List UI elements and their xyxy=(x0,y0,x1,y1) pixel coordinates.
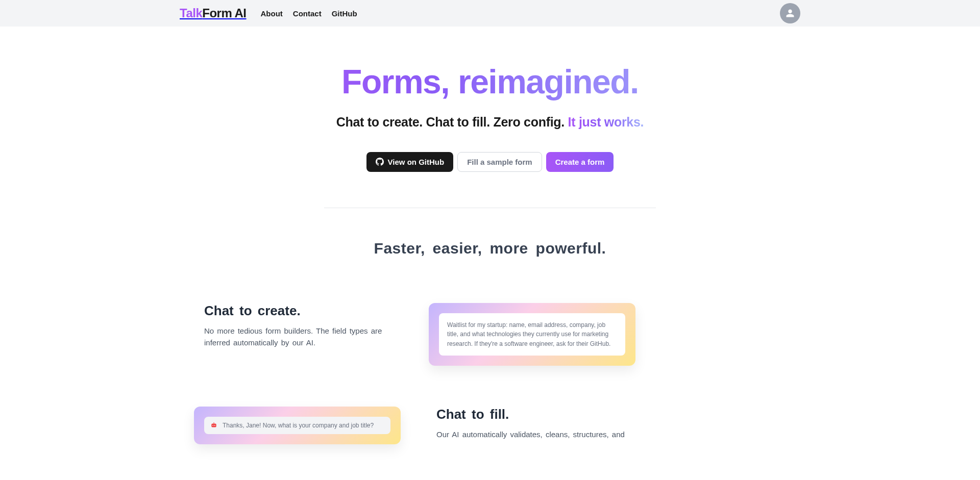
hero-sub-grad: It just works. xyxy=(568,115,644,129)
feature-row-2: Thanks, Jane! Now, what is your company … xyxy=(194,407,786,444)
feature-2-card-inner: Thanks, Jane! Now, what is your company … xyxy=(204,417,390,434)
create-form-button[interactable]: Create a form xyxy=(546,152,614,172)
svg-rect-3 xyxy=(213,423,214,424)
logo-form: Form AI xyxy=(202,6,246,20)
create-button-label: Create a form xyxy=(555,158,605,166)
divider xyxy=(324,208,656,208)
feature-1-card-text: Waitlist for my startup: name, email add… xyxy=(439,313,625,356)
logo[interactable]: TalkForm AI xyxy=(180,6,247,20)
nav-github[interactable]: GitHub xyxy=(332,9,357,18)
svg-point-2 xyxy=(214,425,215,426)
header-left: TalkForm AI About Contact GitHub xyxy=(180,6,357,20)
nav: About Contact GitHub xyxy=(261,9,357,18)
fill-sample-button[interactable]: Fill a sample form xyxy=(457,152,542,172)
nav-about[interactable]: About xyxy=(261,9,283,18)
hero-title: Forms, reimagined. xyxy=(219,63,761,100)
header: TalkForm AI About Contact GitHub xyxy=(0,0,980,27)
feature-1-card: Waitlist for my startup: name, email add… xyxy=(429,303,635,366)
feature-2-text: Chat to fill. Our AI automatically valid… xyxy=(421,407,786,440)
features: Chat to create. No more tedious form bui… xyxy=(184,303,796,445)
user-menu-button[interactable] xyxy=(780,3,800,23)
feature-2-heading: Chat to fill. xyxy=(436,407,786,422)
svg-rect-0 xyxy=(211,424,216,427)
section-title: Faster, easier, more powerful. xyxy=(0,240,980,257)
nav-contact[interactable]: Contact xyxy=(293,9,322,18)
feature-2-desc: Our AI automatically validates, cleans, … xyxy=(436,428,786,440)
feature-row-1: Chat to create. No more tedious form bui… xyxy=(194,303,786,366)
cta-row: View on GitHub Fill a sample form Create… xyxy=(219,152,761,172)
feature-2-card: Thanks, Jane! Now, what is your company … xyxy=(194,407,401,444)
github-button-label: View on GitHub xyxy=(388,158,445,166)
sample-button-label: Fill a sample form xyxy=(467,158,532,166)
svg-point-1 xyxy=(212,425,213,426)
view-on-github-button[interactable]: View on GitHub xyxy=(366,152,454,172)
bot-icon xyxy=(210,422,217,429)
github-icon xyxy=(376,158,384,166)
logo-talk: Talk xyxy=(180,6,202,20)
feature-1-text: Chat to create. No more tedious form bui… xyxy=(194,303,398,349)
feature-1-desc: No more tedious form builders. The field… xyxy=(204,325,398,349)
hero-sub-plain: Chat to create. Chat to fill. Zero confi… xyxy=(336,115,568,129)
hero: Forms, reimagined. Chat to create. Chat … xyxy=(209,27,771,172)
feature-1-heading: Chat to create. xyxy=(204,303,398,319)
feature-2-card-text: Thanks, Jane! Now, what is your company … xyxy=(223,422,374,429)
header-inner: TalkForm AI About Contact GitHub xyxy=(163,3,817,23)
hero-subtitle: Chat to create. Chat to fill. Zero confi… xyxy=(219,115,761,130)
user-icon xyxy=(786,9,795,18)
